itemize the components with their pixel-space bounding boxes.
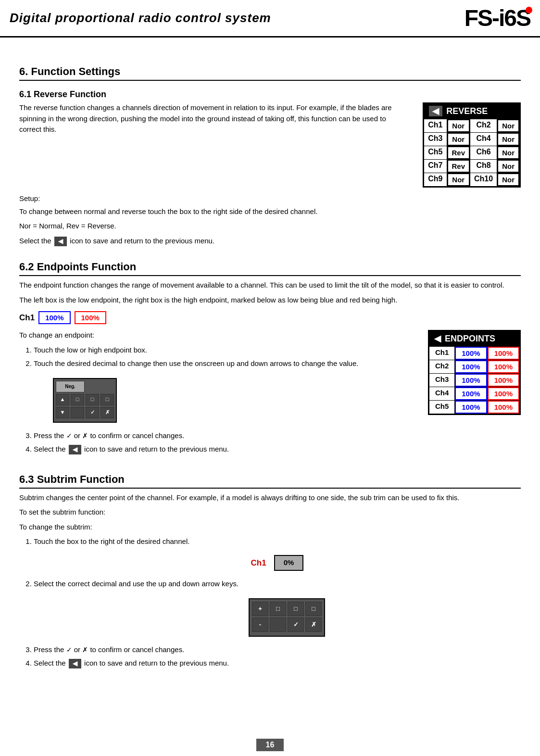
keypad-x[interactable]: ✗ [100,407,114,418]
reverse-back-icon[interactable]: ◀ [429,106,442,116]
subtrim-ch1-value[interactable]: 0% [274,555,304,571]
endpoints-steps-list: Touch the low or high endpoint box. Touc… [34,345,414,455]
ep-ch5: Ch5 [429,401,454,414]
table-cell-ch6-val[interactable]: Nor [497,146,519,159]
table-cell-ch5-val[interactable]: Rev [447,146,470,159]
back-icon-inline-62[interactable]: ◀ [69,445,81,454]
keypad-row-down: ▼ ✓ ✗ [56,407,114,418]
endpoints-table: ◀ ENDPOINTS Ch1 100% 100% Ch2 100% 100% … [428,330,521,415]
endpoints-steps: To change an endpoint: Touch the low or … [19,330,414,459]
subtrim-digit3[interactable]: □ [305,602,322,616]
ep-ch1-high[interactable]: 100% [488,347,519,360]
table-cell-ch2-val[interactable]: Nor [497,119,519,132]
ep-ch4-high[interactable]: 100% [488,387,519,400]
step4b-text: icon to save and return to the previous … [84,445,229,453]
reverse-layout: The reverse function changes a channels … [19,102,521,188]
subtrim-digit2[interactable]: □ [288,602,304,616]
ch1-low-endpoint[interactable]: 100% [38,311,70,324]
subtrim-keypad-row1: + □ □ □ [252,602,322,616]
keypad-check[interactable]: ✓ [86,407,99,418]
ep-ch4-low[interactable]: 100% [455,387,487,400]
reverse-table-grid: Ch1 Nor Ch2 Nor Ch3 Nor Ch4 Nor Ch5 Rev … [424,118,519,186]
reverse-description: The reverse function changes a channels … [19,102,408,188]
header-title: Digital proportional radio control syste… [10,11,271,25]
ep-ch5-low[interactable]: 100% [455,401,487,414]
table-cell-ch4: Ch4 [470,133,497,146]
subtrim-minus[interactable]: - [252,617,268,632]
select-label: Select the [19,237,51,245]
ep-ch3-low[interactable]: 100% [455,374,487,387]
subtrim-ch1-display: Ch1 0% [34,552,521,574]
table-cell-ch9-val[interactable]: Nor [447,173,470,186]
keypad-neg-label: Neg. [56,381,85,392]
endpoints-header-text: ENDPOINTS [445,334,495,344]
section-61-title: 6.1 Reverse Function [19,89,521,100]
ep-ch1-low[interactable]: 100% [455,347,487,360]
check-icon-step3: ✓ [66,432,72,440]
subtrim-ch1-label: Ch1 [251,557,266,569]
reverse-header-text: REVERSE [446,106,488,116]
keypad-digit3[interactable]: □ [100,394,114,405]
subtrim-plus[interactable]: + [252,602,268,616]
subtrim-step-3: Press the ✓ or ✗ to confirm or cancel ch… [34,644,521,655]
ep-ch5-high[interactable]: 100% [488,401,519,414]
keypad-down-arrow[interactable]: ▼ [56,407,69,418]
endpoint-step-2: Touch the desired decimal to change then… [34,358,414,428]
subtrim-x[interactable]: ✗ [305,617,322,632]
cross-icon-subtrim: ✗ [82,646,88,654]
endpoints-table-container: ◀ ENDPOINTS Ch1 100% 100% Ch2 100% 100% … [428,330,521,459]
endpoint-keypad: Neg. ▲ □ □ □ ▼ [53,378,117,423]
table-cell-ch4-val[interactable]: Nor [497,133,519,146]
table-cell-ch2: Ch2 [470,119,497,132]
back-icon-inline-61[interactable]: ◀ [54,237,67,246]
ep-ch2-high[interactable]: 100% [488,360,519,373]
back-icon-inline-63[interactable]: ◀ [69,659,81,668]
endpoints-desc2: The left box is the low endpoint, the ri… [19,295,521,306]
subtrim-desc1: Subtrim changes the center point of the … [19,492,521,504]
keypad-row-neg: Neg. [56,381,114,392]
table-cell-ch9: Ch9 [424,173,446,186]
table-cell-ch8-val[interactable]: Nor [497,160,519,173]
endpoints-back-icon[interactable]: ◀ [434,333,441,344]
page-header: Digital proportional radio control syste… [0,0,540,38]
subtrim-step-4: Select the ◀ icon to save and return to … [34,658,521,669]
endpoint-step-3: Press the ✓ or ✗ to confirm or cancel ch… [34,430,414,441]
logo-text: FS-i6S [465,5,530,31]
section-62-title: 6.2 Endpoints Function [19,261,521,276]
ep-ch2-low[interactable]: 100% [455,360,487,373]
table-cell-ch7-val[interactable]: Rev [447,160,470,173]
save-return-text: icon to save and return to the previous … [70,237,214,245]
table-cell-ch10-val[interactable]: Nor [497,173,519,186]
endpoint-step-4: Select the ◀ icon to save and return to … [34,444,414,455]
ch1-high-endpoint[interactable]: 100% [75,311,106,324]
subtrim-step-2: Select the correct decimal and use the u… [34,579,521,642]
endpoints-table-grid: Ch1 100% 100% Ch2 100% 100% Ch3 100% 100… [429,346,519,414]
logo-dot [526,7,532,13]
ch1-endpoint-label: Ch1 [19,313,35,323]
subtrim-check[interactable]: ✓ [288,617,304,632]
ch1-endpoint-display: Ch1 100% 100% [19,311,521,324]
keypad-digit1[interactable]: □ [71,394,84,405]
endpoints-layout: To change an endpoint: Touch the low or … [19,330,521,459]
page-number: 16 [256,739,284,751]
subtrim-digit1[interactable]: □ [270,602,286,616]
table-cell-ch6: Ch6 [470,146,497,159]
subtrim-step-1: Touch the box to the right of the desire… [34,536,521,574]
endpoints-desc1: The endpoint function changes the range … [19,280,521,291]
section-63: 6.3 Subtrim Function Subtrim changes the… [19,473,521,669]
table-cell-ch7: Ch7 [424,160,446,173]
ep-ch1: Ch1 [429,347,454,360]
endpoint-step-1: Touch the low or high endpoint box. [34,345,414,356]
section-63-title: 6.3 Subtrim Function [19,473,521,489]
ep-ch3-high[interactable]: 100% [488,374,519,387]
keypad-up-arrow[interactable]: ▲ [56,394,69,405]
subtrim-blank [270,617,286,632]
keypad-digit2[interactable]: □ [86,394,99,405]
table-cell-ch3-val[interactable]: Nor [447,133,470,146]
ep-ch4: Ch4 [429,387,454,400]
table-cell-ch1-val[interactable]: Nor [447,119,470,132]
subtrim-keypad-row2: - ✓ ✗ [252,617,322,632]
reverse-table-header: ◀ REVERSE [424,104,519,118]
check-icon-subtrim: ✓ [66,646,72,654]
setup-text1: To change between normal and reverse tou… [19,206,521,217]
